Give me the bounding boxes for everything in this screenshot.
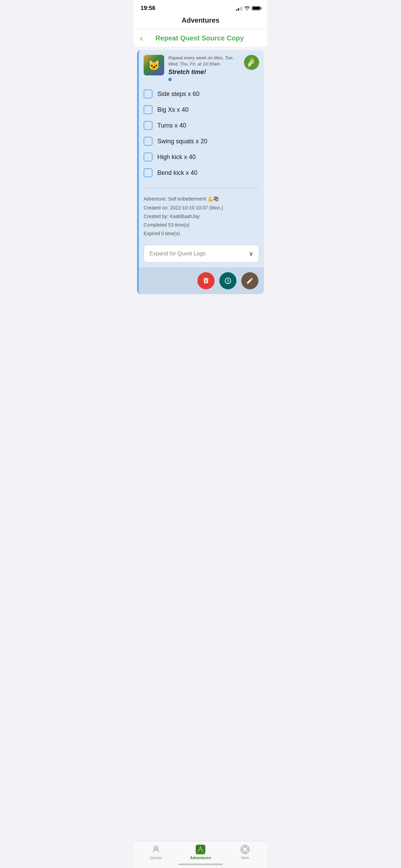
quest-meta: Adventure: Self enbetterment 💪📚 Created … [139,191,264,241]
checkbox-4[interactable] [144,137,153,146]
online-dot [168,78,172,81]
veggie-avatar: 🥬 [244,55,259,70]
avatar: 🐱 [144,55,164,75]
quest-name: Stretch time! [168,69,240,76]
clock-icon [224,277,232,285]
back-button[interactable]: ‹ [140,34,143,43]
pencil-icon [246,277,254,285]
expand-label: Expand for Quest Logs [149,251,206,257]
checklist-item: High kick x 40 [144,149,259,165]
nav-bar: ‹ Repeat Quest Source Copy [134,29,267,47]
page-title: Repeat Quest Source Copy [147,34,261,42]
trash-icon [202,277,210,285]
divider [144,188,259,189]
meta-created-by: Created by: KaabBaahJay [144,212,259,221]
meta-completed: Completed 53 time(s) [144,221,259,229]
repeat-info: Repeat every week on Mon, Tue, Wed, Thu,… [168,55,240,67]
meta-created-on: Created on: 2022-10-10 10:07 (Mon.) [144,204,259,212]
quest-header-text: Repeat every week on Mon, Tue, Wed, Thu,… [168,55,240,81]
edit-button[interactable] [241,272,258,289]
checkbox-6[interactable] [144,168,153,177]
signal-icon [236,6,242,11]
checklist-item: Turns x 40 [144,118,259,133]
checklist-item: Bend kick x 40 [144,165,259,181]
battery-icon [252,6,260,10]
meta-adventure: Adventure: Self enbetterment 💪📚 [144,195,259,203]
expand-quest-logs-button[interactable]: Expand for Quest Logs ∨ [144,245,259,263]
wifi-icon [244,6,250,10]
checklist-item: Swing squats x 20 [144,133,259,149]
checklist-item: Side steps x 60 [144,86,259,102]
status-icons [236,6,260,11]
app-header: Adventures [134,14,267,29]
checklist-label-6: Bend kick x 40 [157,169,197,177]
delete-button[interactable] [197,272,215,289]
app-title: Adventures [182,16,219,24]
checkbox-2[interactable] [144,105,153,114]
quest-header: 🐱 Repeat every week on Mon, Tue, Wed, Th… [139,50,264,85]
status-bar: 19:56 [134,0,267,14]
checkbox-1[interactable] [144,89,153,98]
checkbox-3[interactable] [144,121,153,130]
quest-card: 🐱 Repeat every week on Mon, Tue, Wed, Th… [137,50,264,294]
checklist-label-4: Swing squats x 20 [157,138,207,145]
checklist-label-2: Big Xs x 40 [157,106,189,113]
chevron-down-icon: ∨ [249,250,253,257]
bottom-spacer [134,298,267,359]
action-bar [139,267,264,294]
schedule-button[interactable] [219,272,236,289]
checkbox-5[interactable] [144,153,153,161]
status-time: 19:56 [141,5,155,12]
main-content: 🐱 Repeat every week on Mon, Tue, Wed, Th… [134,47,267,298]
checklist-label-3: Turns x 40 [157,122,186,129]
meta-expired: Expired 0 time(s) [144,229,259,238]
checklist: Side steps x 60 Big Xs x 40 Turns x 40 S… [139,85,264,185]
checklist-label-1: Side steps x 60 [157,91,199,98]
checklist-item: Big Xs x 40 [144,102,259,118]
checklist-label-5: High kick x 40 [157,154,196,161]
